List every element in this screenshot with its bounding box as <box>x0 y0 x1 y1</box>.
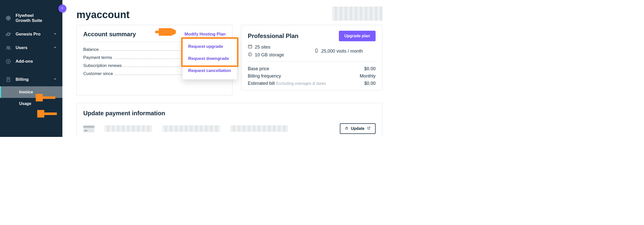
sidebar-item-genesis-pro[interactable]: Genesis Pro <box>0 27 62 41</box>
dropdown-option-request-cancellation[interactable]: Request cancellation <box>183 65 237 77</box>
sidebar-item-label: Add-ons <box>16 59 33 64</box>
main-content: myaccount Account summary Modify Hosting… <box>62 0 392 137</box>
plan-row-billing-frequency: Billing frequencyMonthly <box>248 72 376 80</box>
sidebar-item-billing[interactable]: Billing <box>0 73 62 86</box>
dropdown-option-request-upgrade[interactable]: Request upgrade <box>183 41 237 53</box>
chevron-up-icon <box>53 77 57 82</box>
modify-hosting-plan-dropdown: Request upgrade Request downgrade Reques… <box>182 38 237 80</box>
receipt-icon <box>6 77 11 82</box>
redacted-text <box>230 125 288 132</box>
plan-row-estimated-bill: Estimated billExcluding overages & taxes… <box>248 80 376 87</box>
plan-spec-storage: 10 GB storage <box>248 52 284 58</box>
sidebar-item-flywheel-growth-suite[interactable]: Flywheel Growth Suite <box>0 9 62 27</box>
external-icon <box>367 126 371 131</box>
users-icon <box>6 45 11 51</box>
sidebar-item-label: Flywheel Growth Suite <box>16 13 42 23</box>
credit-card-icon <box>83 125 94 132</box>
upgrade-plan-button[interactable]: Upgrade plan <box>339 31 376 41</box>
chevron-down-icon <box>53 46 57 50</box>
svg-rect-9 <box>248 45 252 48</box>
plan-heading: Professional Plan <box>248 32 298 40</box>
sidebar-subitem-usage[interactable]: Usage <box>0 98 62 109</box>
sidebar-item-label: Users <box>16 45 27 50</box>
plan-row-base-price: Base price$0.00 <box>248 65 376 72</box>
sidebar-item-label: Billing <box>16 77 29 82</box>
storage-icon <box>248 52 252 58</box>
collapse-sidebar-button[interactable] <box>58 5 66 13</box>
svg-rect-12 <box>346 128 348 129</box>
arrow-left-icon <box>61 6 64 11</box>
update-payment-heading: Update payment information <box>83 110 376 117</box>
svg-point-4 <box>9 46 10 48</box>
chevron-down-icon <box>53 32 57 36</box>
redacted-avatar-area <box>332 7 382 21</box>
svg-point-3 <box>7 46 8 48</box>
planet-icon <box>6 31 11 37</box>
plan-spec-visits: 25,000 visits / month <box>314 44 363 58</box>
update-button-label: Update <box>351 126 365 131</box>
sidebar-subitem-invoice[interactable]: Invoice <box>0 86 62 98</box>
annotation-arrow-invoice <box>37 110 57 118</box>
sidebar-item-users[interactable]: Users <box>0 41 62 55</box>
dropdown-option-request-downgrade[interactable]: Request downgrade <box>183 53 237 65</box>
sidebar: Flywheel Growth Suite Genesis Pro Users <box>0 0 62 137</box>
sidebar-subitem-label: Usage <box>19 101 31 106</box>
sidebar-item-label: Genesis Pro <box>16 32 41 37</box>
plan-spec-sites: 25 sites <box>248 44 284 50</box>
sidebar-item-add-ons[interactable]: Add-ons <box>0 55 62 68</box>
sidebar-subitem-label: Invoice <box>19 90 33 94</box>
modify-hosting-plan-link[interactable]: Modify Hosting Plan <box>185 32 226 37</box>
visits-icon <box>314 48 319 54</box>
account-summary-card: Account summary Modify Hosting Plan Bala… <box>76 25 232 95</box>
sites-icon <box>248 44 252 50</box>
update-payment-button[interactable]: Update <box>340 123 376 134</box>
account-summary-heading: Account summary <box>83 31 136 38</box>
lock-icon <box>345 126 348 131</box>
plus-circle-icon <box>6 59 11 64</box>
redacted-text <box>104 125 152 132</box>
update-payment-card: Update payment information Update <box>76 103 382 137</box>
redacted-text <box>162 125 220 132</box>
plan-card: Professional Plan Upgrade plan 25 sites … <box>241 25 382 90</box>
pinwheel-icon <box>6 15 11 21</box>
